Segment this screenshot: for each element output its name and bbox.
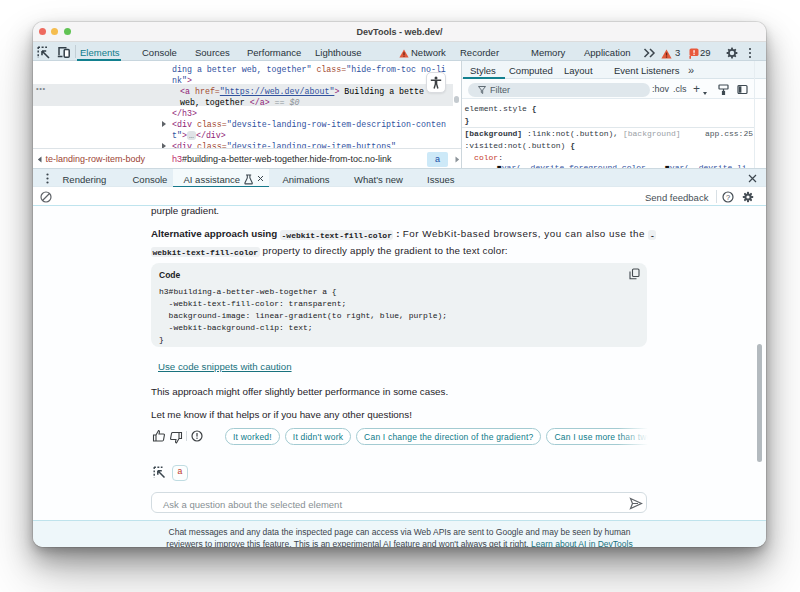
svg-text:?: ?	[726, 192, 730, 201]
